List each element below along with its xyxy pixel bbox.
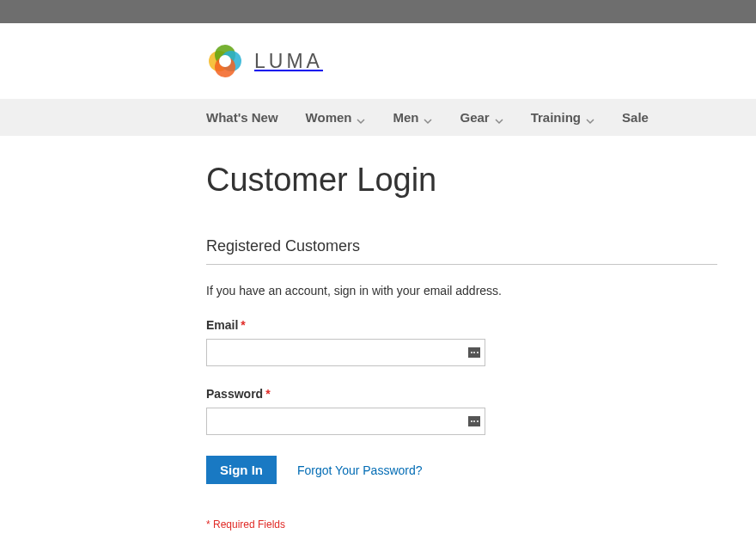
- nav-training[interactable]: Training: [531, 110, 594, 125]
- nav-women[interactable]: Women: [306, 110, 366, 125]
- logo-link[interactable]: LUMA: [206, 42, 550, 80]
- email-input-wrapper: [206, 339, 485, 366]
- email-group: Email*: [206, 318, 717, 366]
- forgot-password-link[interactable]: Forgot Your Password?: [297, 463, 423, 477]
- email-label: Email*: [206, 318, 717, 332]
- svg-point-4: [219, 55, 231, 67]
- required-fields-note: * Required Fields: [206, 518, 717, 531]
- nav-label: Men: [393, 110, 418, 125]
- autofill-icon[interactable]: [468, 347, 480, 358]
- nav-list: What's New Women Men Gear Training: [0, 110, 756, 125]
- main-nav: What's New Women Men Gear Training: [0, 99, 756, 136]
- logo-text: LUMA: [254, 50, 323, 73]
- chevron-down-icon: [424, 113, 432, 122]
- required-asterisk: *: [241, 318, 245, 332]
- password-label: Password*: [206, 387, 717, 401]
- chevron-down-icon: [495, 113, 503, 122]
- nav-men[interactable]: Men: [393, 110, 432, 125]
- header: LUMA: [0, 23, 756, 99]
- email-input[interactable]: [206, 339, 485, 366]
- nav-label: Gear: [460, 110, 489, 125]
- signin-button[interactable]: Sign In: [206, 456, 277, 484]
- required-asterisk: *: [265, 387, 270, 401]
- main-content: Customer Login Registered Customers If y…: [0, 136, 717, 552]
- nav-gear[interactable]: Gear: [460, 110, 503, 125]
- form-actions: Sign In Forgot Your Password?: [206, 456, 717, 484]
- section-description: If you have an account, sign in with you…: [206, 284, 717, 297]
- nav-label: Women: [306, 110, 352, 125]
- top-bar: [0, 0, 756, 23]
- page-title: Customer Login: [206, 162, 717, 199]
- chevron-down-icon: [357, 113, 365, 122]
- nav-whats-new[interactable]: What's New: [206, 110, 278, 125]
- nav-label: Training: [531, 110, 581, 125]
- email-label-text: Email: [206, 318, 238, 332]
- chevron-down-icon: [586, 113, 594, 122]
- password-label-text: Password: [206, 387, 263, 401]
- password-input[interactable]: [206, 408, 485, 435]
- nav-sale[interactable]: Sale: [622, 110, 649, 125]
- password-input-wrapper: [206, 408, 485, 435]
- password-group: Password*: [206, 387, 717, 435]
- autofill-icon[interactable]: [468, 416, 480, 426]
- section-title: Registered Customers: [206, 237, 717, 265]
- nav-label: Sale: [622, 110, 649, 125]
- nav-label: What's New: [206, 110, 278, 125]
- luma-logo-icon: [206, 42, 244, 80]
